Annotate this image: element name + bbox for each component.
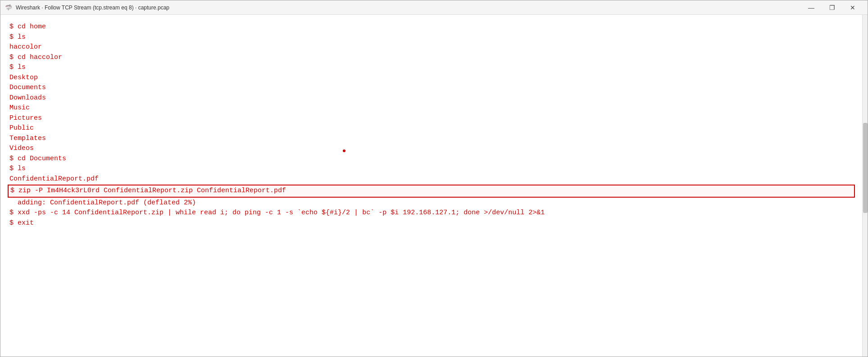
terminal-line: $ cd haccolor xyxy=(9,53,853,63)
minimize-button[interactable]: — xyxy=(801,0,822,15)
terminal-line: adding: ConfidentialReport.pdf (deflated… xyxy=(9,198,853,208)
terminal-line: $ xxd -ps -c 14 ConfidentialReport.zip |… xyxy=(9,208,853,218)
close-button[interactable]: ✕ xyxy=(842,0,863,15)
terminal-line: ConfidentialReport.pdf xyxy=(9,174,853,185)
terminal-line: $ ls xyxy=(9,63,853,73)
terminal-line: $ ls xyxy=(9,32,853,43)
maximize-button[interactable]: ❐ xyxy=(822,0,842,15)
terminal-line: Music xyxy=(9,103,853,113)
terminal-line: Downloads xyxy=(9,93,853,104)
terminal-line: Templates xyxy=(9,134,853,144)
terminal-line: Videos xyxy=(9,144,853,154)
title-bar-left: 🦈 Wireshark · Follow TCP Stream (tcp.str… xyxy=(5,4,169,11)
scrollbar[interactable] xyxy=(862,15,868,357)
content-area: $ cd home$ lshaccolor$ cd haccolor$ lsDe… xyxy=(0,15,868,357)
terminal-line: Desktop xyxy=(9,73,853,83)
app-icon: 🦈 xyxy=(5,4,12,11)
terminal-line: $ ls xyxy=(9,164,853,174)
terminal-line: $ cd Documents xyxy=(9,154,853,164)
window-controls: — ❐ ✕ xyxy=(801,0,863,15)
scrollbar-thumb[interactable] xyxy=(863,123,868,213)
terminal-output[interactable]: $ cd home$ lshaccolor$ cd haccolor$ lsDe… xyxy=(0,15,862,357)
terminal-line: $ cd home xyxy=(9,22,853,32)
terminal-line: $ exit xyxy=(9,218,853,229)
wireshark-window: 🦈 Wireshark · Follow TCP Stream (tcp.str… xyxy=(0,0,868,357)
terminal-line: Documents xyxy=(9,83,853,93)
window-title: Wireshark · Follow TCP Stream (tcp.strea… xyxy=(16,5,169,11)
title-bar: 🦈 Wireshark · Follow TCP Stream (tcp.str… xyxy=(0,0,868,15)
terminal-line: $ zip -P Im4H4ck3rL0rd ConfidentialRepor… xyxy=(8,185,855,198)
red-dot xyxy=(343,149,345,152)
terminal-line: haccolor xyxy=(9,42,853,53)
terminal-line: Pictures xyxy=(9,113,853,124)
terminal-line: Public xyxy=(9,123,853,134)
